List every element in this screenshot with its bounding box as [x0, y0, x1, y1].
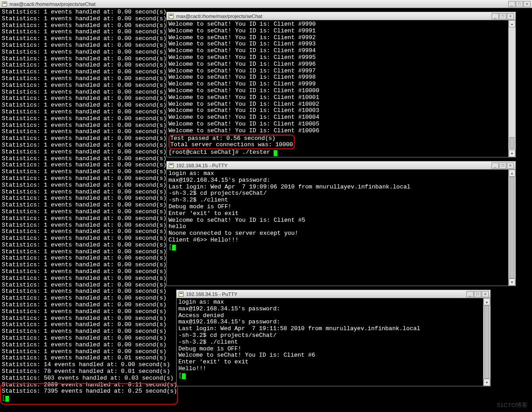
scroll-up-button[interactable]: ▴ — [509, 20, 515, 27]
maximize-button[interactable]: □ — [474, 291, 481, 297]
scrollbar[interactable]: ▴ ▾ — [508, 20, 515, 157]
close-button[interactable]: × — [507, 13, 514, 19]
client6-terminal-output[interactable]: login as: max max@192.168.34.15's passwo… — [177, 298, 483, 386]
svg-rect-7 — [180, 293, 182, 294]
client6-titlebar[interactable]: 192.168.34.15 - PuTTY _ □ × — [177, 290, 490, 298]
main-titlebar[interactable]: max@cacti:/home/max/projects/seChat _ □ … — [0, 0, 532, 8]
client6-title: 192.168.34.15 - PuTTY — [186, 291, 466, 297]
scroll-thumb[interactable] — [510, 137, 514, 149]
scrollbar[interactable]: ▴ ▾ — [508, 170, 515, 286]
scroll-down-button[interactable]: ▾ — [509, 278, 515, 286]
main-title: max@cacti:/home/max/projects/seChat — [9, 1, 508, 7]
svg-rect-1 — [3, 3, 6, 4]
scroll-up-button[interactable]: ▴ — [509, 170, 515, 177]
scroll-up-button[interactable]: ▴ — [483, 298, 490, 305]
scroll-thumb[interactable] — [484, 305, 489, 379]
scrollbar[interactable]: ▴ ▾ — [483, 298, 490, 386]
tester-terminal-output[interactable]: Welcome to seChat! You ID is: Client #99… — [167, 20, 508, 157]
scroll-down-button[interactable]: ▾ — [483, 379, 490, 386]
svg-rect-0 — [2, 2, 7, 6]
putty-icon — [168, 13, 174, 19]
client5-terminal-output[interactable]: login as: max max@192.168.34.15's passwo… — [167, 170, 508, 286]
svg-rect-3 — [170, 15, 173, 16]
minimize-button[interactable]: _ — [508, 1, 515, 7]
svg-rect-6 — [179, 292, 183, 296]
watermark: 51CTO博客 — [497, 401, 528, 409]
close-button[interactable]: × — [507, 162, 514, 169]
scroll-thumb[interactable] — [510, 177, 514, 278]
tester-title: max@cacti:/home/max/projects/seChat — [176, 13, 492, 19]
minimize-button[interactable]: _ — [492, 162, 499, 169]
client5-title: 192.168.34.15 - PuTTY — [176, 163, 492, 168]
client5-titlebar[interactable]: 192.168.34.15 - PuTTY _ □ × — [167, 161, 515, 170]
svg-rect-4 — [169, 163, 173, 168]
putty-icon — [168, 162, 174, 169]
close-button[interactable]: × — [523, 1, 531, 7]
client5-window[interactable]: 192.168.34.15 - PuTTY _ □ × login as: ma… — [166, 161, 516, 286]
minimize-button[interactable]: _ — [492, 13, 499, 19]
close-button[interactable]: × — [482, 291, 489, 297]
maximize-button[interactable]: □ — [516, 1, 523, 7]
tester-titlebar[interactable]: max@cacti:/home/max/projects/seChat _ □ … — [167, 12, 515, 20]
maximize-button[interactable]: □ — [499, 13, 506, 19]
svg-rect-5 — [170, 164, 173, 165]
svg-rect-2 — [169, 14, 173, 18]
scroll-down-button[interactable]: ▾ — [509, 150, 515, 157]
client6-window[interactable]: 192.168.34.15 - PuTTY _ □ × login as: ma… — [176, 290, 491, 386]
putty-icon — [1, 1, 8, 7]
minimize-button[interactable]: _ — [466, 291, 474, 297]
putty-icon — [178, 291, 184, 297]
maximize-button[interactable]: □ — [499, 162, 506, 169]
tester-window[interactable]: max@cacti:/home/max/projects/seChat _ □ … — [166, 12, 516, 157]
